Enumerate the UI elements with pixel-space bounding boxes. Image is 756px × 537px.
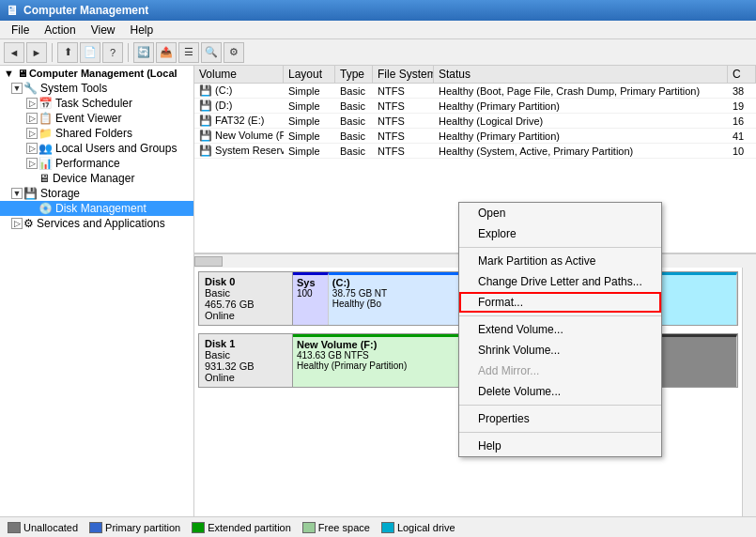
task-scheduler-icon: 📅 [39,97,53,110]
tree-shared-folders[interactable]: ▷ 📁 Shared Folders [0,126,193,141]
tree-panel: ▼ 🖥 Computer Management (Local ▼ 🔧 Syste… [0,66,194,516]
cell-layout-3: Simple [284,130,335,143]
tree-system-tools[interactable]: ▼ 🔧 System Tools [0,81,193,96]
col-fs-header[interactable]: File System [373,66,434,83]
up-button[interactable]: ⬆ [57,42,78,63]
legend-logical-box [381,522,394,533]
hscroll-thumb[interactable] [194,256,223,267]
tree-task-scheduler[interactable]: ▷ 📅 Task Scheduler [0,96,193,111]
expand-event-viewer[interactable]: ▷ [26,113,38,124]
col-type-header[interactable]: Type [335,66,373,83]
disk-0-info: Disk 0 Basic 465.76 GB Online [199,272,293,325]
cell-type-0: Basic [335,84,373,98]
expand-services[interactable]: ▷ [11,218,23,229]
cell-layout-4: Simple [284,145,335,158]
table-row[interactable]: 💾 FAT32 (E:) Simple Basic NTFS Healthy (… [194,114,756,129]
tree-services-apps[interactable]: ▷ ⚙ Services and Applications [0,216,193,231]
cell-fs-2: NTFS [373,115,434,128]
legend-extended: Extended partition [192,522,291,533]
col-status-header[interactable]: Status [434,66,728,83]
services-icon: ⚙ [23,217,34,230]
cell-type-4: Basic [335,145,373,158]
view-button[interactable]: ☰ [178,42,199,63]
help-button[interactable]: ? [102,42,123,63]
legend-logical-label: Logical drive [397,522,455,533]
cell-type-3: Basic [335,130,373,143]
tree-storage[interactable]: ▼ 💾 Storage [0,186,193,201]
event-viewer-icon: 📋 [39,112,53,125]
ctx-mark-active[interactable]: Mark Partition as Active [459,251,661,271]
disk-1-status: Online [205,372,286,383]
legend-freespace-box [302,522,316,533]
cell-status-2: Healthy (Logical Drive) [434,115,728,128]
disk-1-size: 931.32 GB [205,361,286,372]
disk-1-type: Basic [205,349,286,361]
cell-status-3: Healthy (Primary Partition) [434,130,728,143]
table-row[interactable]: 💾 (C:) Simple Basic NTFS Healthy (Boot, … [194,84,756,99]
disk-vscroll[interactable] [742,268,756,516]
disk-0-part-sys[interactable]: Sys 100 [293,272,329,325]
expand-system-tools[interactable]: ▼ [11,83,23,94]
tree-local-users[interactable]: ▷ 👥 Local Users and Groups [0,141,193,156]
table-row[interactable]: 💾 New Volume (F:) Simple Basic NTFS Heal… [194,129,756,144]
cell-c-3: 41 [728,130,756,143]
ctx-mirror[interactable]: Add Mirror... [459,361,661,381]
expand-task-scheduler[interactable]: ▷ [26,98,38,109]
cell-c-2: 16 [728,115,756,128]
ctx-extend[interactable]: Extend Volume... [459,319,661,340]
drive-icon-3: 💾 [199,130,212,141]
menu-bar: File Action View Help [0,21,756,39]
drive-icon-1: 💾 [199,100,212,111]
context-menu: Open Explore Mark Partition as Active Ch… [458,202,662,457]
tree-device-manager[interactable]: 🖥 Device Manager [0,171,193,186]
expand-storage[interactable]: ▼ [11,188,23,199]
ctx-shrink[interactable]: Shrink Volume... [459,340,661,361]
col-c-header[interactable]: C [728,66,756,83]
cell-volume-2: 💾 FAT32 (E:) [194,114,284,128]
back-button[interactable]: ◄ [4,42,24,63]
expand-shared-folders[interactable]: ▷ [26,128,38,139]
disk-1-name: Disk 1 [205,338,286,349]
tree-event-viewer[interactable]: ▷ 📋 Event Viewer [0,111,193,126]
expand-local-users[interactable]: ▷ [26,143,38,154]
menu-help[interactable]: Help [123,22,162,38]
cell-c-1: 19 [728,100,756,113]
ctx-explore[interactable]: Explore [459,223,661,244]
legend-primary-box [89,522,102,533]
disk-1-info: Disk 1 Basic 931.32 GB Online [199,334,293,387]
settings-button[interactable]: ⚙ [224,42,244,63]
legend-unallocated: Unallocated [8,522,78,533]
export-button[interactable]: 📤 [156,42,177,63]
ctx-delete[interactable]: Delete Volume... [459,381,661,402]
tree-disk-management[interactable]: 💿 Disk Management [0,201,193,216]
col-volume-header[interactable]: Volume [194,66,284,83]
tree-root[interactable]: ▼ 🖥 Computer Management (Local [0,66,193,81]
legend-primary-label: Primary partition [105,522,180,533]
menu-action[interactable]: Action [37,22,83,38]
table-header: Volume Layout Type File System Status C [194,66,756,84]
tree-performance[interactable]: ▷ 📊 Performance [0,156,193,171]
cell-volume-3: 💾 New Volume (F:) [194,129,284,143]
expand-performance[interactable]: ▷ [26,158,38,169]
table-row[interactable]: 💾 (D:) Simple Basic NTFS Healthy (Primar… [194,99,756,114]
cell-volume-1: 💾 (D:) [194,99,284,113]
search-button[interactable]: 🔍 [201,42,222,63]
legend-freespace: Free space [302,522,370,533]
ctx-format[interactable]: Format... [459,292,661,313]
ctx-properties[interactable]: Properties [459,408,661,429]
ctx-sep-1 [459,247,661,248]
tree-root-label: Computer Management (Local [29,68,177,79]
properties-button[interactable]: 📄 [80,42,100,63]
refresh-button[interactable]: 🔄 [133,42,154,63]
forward-button[interactable]: ► [26,42,47,63]
col-layout-header[interactable]: Layout [284,66,335,83]
ctx-change-letter[interactable]: Change Drive Letter and Paths... [459,271,661,292]
table-row[interactable]: 💾 System Reserved Simple Basic NTFS Heal… [194,144,756,159]
menu-file[interactable]: File [4,22,37,38]
ctx-help[interactable]: Help [459,436,661,456]
cell-layout-1: Simple [284,100,335,113]
legend-extended-box [192,522,205,533]
ctx-open[interactable]: Open [459,203,661,223]
menu-view[interactable]: View [84,22,123,38]
cell-fs-0: NTFS [373,84,434,98]
